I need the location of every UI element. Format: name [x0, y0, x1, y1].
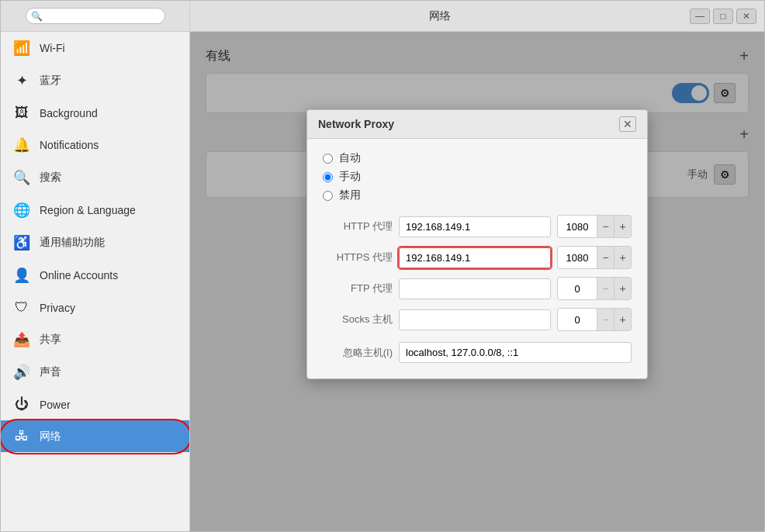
sidebar-label-sharing: 共享 [40, 333, 61, 347]
sidebar-item-network[interactable]: 🖧 网络 [1, 420, 189, 452]
sidebar-label-search: 搜索 [40, 171, 61, 185]
power-icon: ⏻ [13, 396, 30, 413]
socks-port-plus[interactable]: + [614, 309, 631, 330]
radio-auto[interactable]: 自动 [323, 151, 632, 165]
ftp-port-plus[interactable]: + [614, 278, 631, 299]
sidebar-item-online-accounts[interactable]: 👤 Online Accounts [1, 259, 189, 292]
sidebar-label-bluetooth: 蓝牙 [40, 74, 61, 88]
https-port-group: − + [557, 246, 632, 269]
sidebar-label-sound: 声音 [40, 365, 61, 379]
modal-body: 自动 手动 禁用 [307, 139, 647, 378]
sidebar: 📶 Wi-Fi ✦ 蓝牙 🖼 Background 🔔 Notification… [1, 32, 190, 531]
sidebar-item-search[interactable]: 🔍 搜索 [1, 161, 189, 194]
https-port-minus[interactable]: − [597, 247, 614, 268]
window-title: 网络 [190, 9, 690, 23]
maximize-button[interactable]: □ [713, 9, 733, 24]
sidebar-item-privacy[interactable]: 🛡 Privacy [1, 292, 189, 323]
sidebar-label-notifications: Notifications [40, 139, 99, 151]
network-icon: 🖧 [13, 428, 30, 444]
main-content-area: 有线 + ⚙ + [190, 32, 764, 531]
https-proxy-row: HTTPS 代理 − + [323, 246, 632, 269]
http-proxy-row: HTTP 代理 − + [323, 215, 632, 238]
modal-title: Network Proxy [318, 118, 394, 130]
https-port-plus[interactable]: + [614, 247, 631, 268]
ftp-port-group: − + [557, 277, 632, 300]
minimize-button[interactable]: — [690, 9, 710, 24]
http-port-group: − + [557, 215, 632, 238]
socks-host-input[interactable] [399, 309, 551, 330]
sidebar-item-power[interactable]: ⏻ Power [1, 389, 189, 420]
accessibility-icon: ♿ [13, 234, 30, 251]
ignore-hosts-input[interactable] [399, 342, 632, 363]
modal-close-button[interactable]: ✕ [619, 116, 636, 132]
window-controls: — □ ✕ [690, 9, 764, 24]
sidebar-item-region[interactable]: 🌐 Region & Language [1, 194, 189, 226]
socks-port-minus[interactable]: − [597, 309, 614, 330]
body: 📶 Wi-Fi ✦ 蓝牙 🖼 Background 🔔 Notification… [1, 32, 764, 531]
sidebar-item-sharing[interactable]: 📤 共享 [1, 323, 189, 356]
https-host-input[interactable] [399, 247, 551, 268]
ignore-hosts-row: 忽略主机(I) [323, 342, 632, 363]
sidebar-item-wifi[interactable]: 📶 Wi-Fi [1, 32, 189, 64]
socks-proxy-label: Socks 主机 [323, 313, 393, 326]
sidebar-item-sound[interactable]: 🔊 声音 [1, 356, 189, 389]
ftp-host-input[interactable] [399, 278, 551, 299]
sidebar-item-accessibility[interactable]: ♿ 通用辅助功能 [1, 226, 189, 259]
ftp-port-minus[interactable]: − [597, 278, 614, 299]
wifi-icon: 📶 [13, 40, 30, 57]
proxy-form: HTTP 代理 − + HTTPS 代理 [323, 215, 632, 363]
https-port-input[interactable] [558, 248, 597, 268]
https-proxy-label: HTTPS 代理 [323, 250, 393, 264]
socks-port-group: − + [557, 308, 632, 331]
close-button[interactable]: ✕ [736, 9, 756, 24]
radio-auto-label: 自动 [339, 151, 361, 165]
socks-proxy-row: Socks 主机 − + [323, 308, 632, 331]
sidebar-label-network: 网络 [40, 430, 61, 444]
titlebar-search-area: 🔍 [1, 1, 190, 31]
titlebar: 🔍 网络 — □ ✕ [1, 1, 764, 32]
modal-titlebar: Network Proxy ✕ [307, 110, 647, 139]
radio-disabled-label: 禁用 [339, 188, 361, 202]
bluetooth-icon: ✦ [13, 72, 30, 89]
sound-icon: 🔊 [13, 364, 30, 381]
ftp-proxy-row: FTP 代理 − + [323, 277, 632, 300]
socks-port-input[interactable] [558, 310, 597, 330]
sidebar-label-power: Power [40, 399, 71, 411]
http-proxy-label: HTTP 代理 [323, 219, 393, 233]
sidebar-item-notifications[interactable]: 🔔 Notifications [1, 129, 189, 161]
privacy-icon: 🛡 [13, 299, 30, 316]
radio-manual-label: 手动 [339, 170, 361, 184]
http-host-input[interactable] [399, 216, 551, 237]
sidebar-label-online-accounts: Online Accounts [40, 269, 118, 282]
modal-overlay: Network Proxy ✕ 自动 [190, 32, 764, 531]
sidebar-item-bluetooth[interactable]: ✦ 蓝牙 [1, 64, 189, 97]
radio-auto-input[interactable] [323, 154, 333, 164]
sharing-icon: 📤 [13, 331, 30, 348]
ftp-proxy-label: FTP 代理 [323, 282, 393, 295]
sidebar-label-background: Background [40, 107, 98, 119]
search-sidebar-icon: 🔍 [13, 169, 30, 186]
region-icon: 🌐 [13, 202, 30, 219]
online-accounts-icon: 👤 [13, 267, 30, 284]
http-port-input[interactable] [558, 217, 597, 237]
sidebar-label-region: Region & Language [40, 204, 136, 216]
ftp-port-input[interactable] [558, 279, 597, 299]
sidebar-item-background[interactable]: 🖼 Background [1, 97, 189, 129]
radio-disabled-input[interactable] [323, 191, 333, 201]
sidebar-label-wifi: Wi-Fi [40, 42, 65, 54]
main-window: 🔍 网络 — □ ✕ 📶 Wi-Fi ✦ 蓝牙 🖼 Background [0, 0, 765, 532]
proxy-mode-group: 自动 手动 禁用 [323, 151, 632, 202]
search-icon: 🔍 [31, 11, 43, 22]
ignore-hosts-label: 忽略主机(I) [323, 346, 393, 360]
radio-disabled[interactable]: 禁用 [323, 188, 632, 202]
sidebar-label-privacy: Privacy [40, 302, 75, 314]
http-port-plus[interactable]: + [614, 216, 631, 237]
radio-manual[interactable]: 手动 [323, 170, 632, 184]
notifications-icon: 🔔 [13, 136, 30, 154]
background-icon: 🖼 [13, 105, 30, 121]
sidebar-label-accessibility: 通用辅助功能 [40, 236, 105, 250]
http-port-minus[interactable]: − [597, 216, 614, 237]
search-input[interactable] [26, 8, 165, 24]
network-proxy-modal: Network Proxy ✕ 自动 [306, 109, 648, 379]
radio-manual-input[interactable] [323, 172, 333, 182]
